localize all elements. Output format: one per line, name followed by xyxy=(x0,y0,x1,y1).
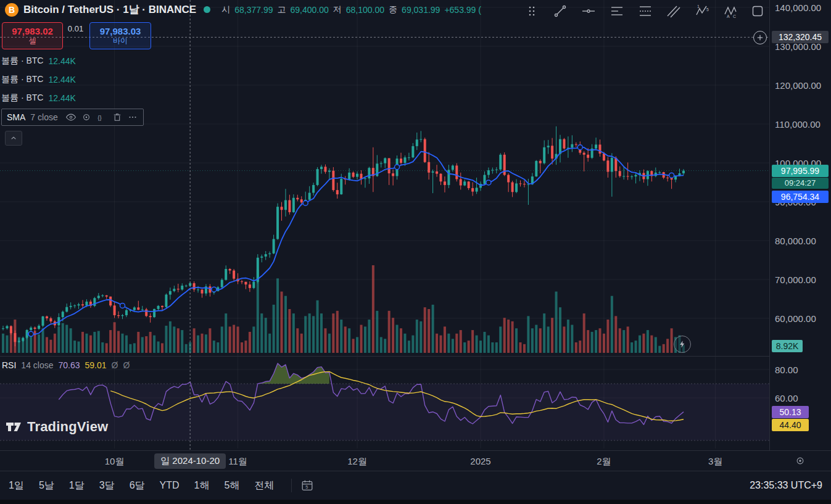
range-button-5해[interactable]: 5해 xyxy=(224,479,239,492)
window-edge xyxy=(0,500,831,504)
trade-widget: 97,983.02 셀 0.01 97,983.03 바이 xyxy=(0,22,154,51)
volume-name: 볼륨 · BTC xyxy=(1,56,43,67)
drag-handle-icon xyxy=(524,4,539,19)
time-axis-label: 12월 xyxy=(347,456,367,468)
fib-channel-icon[interactable] xyxy=(666,4,681,19)
close-label: 종 xyxy=(389,4,397,15)
source-code-icon[interactable]: {} xyxy=(96,112,107,123)
rsi-legend-row[interactable]: RSI 14 close 70.63 59.01 Ø Ø xyxy=(2,360,130,370)
chart-area: B Bitcoin / TetherUS · 1날 · BINANCE 시 68… xyxy=(0,0,769,450)
tradingview-logo-icon xyxy=(5,418,22,436)
collapse-legend-button[interactable] xyxy=(5,131,22,146)
trend-line-icon[interactable] xyxy=(553,4,568,19)
market-status-dot-icon xyxy=(204,6,210,13)
svg-text:C: C xyxy=(733,14,736,19)
open-value: 68,377.99 xyxy=(234,5,273,15)
high-value: 69,400.00 xyxy=(291,5,329,15)
price-axis-label: 70,000.00 xyxy=(775,275,816,285)
tradingview-chart-app: B Bitcoin / TetherUS · 1날 · BINANCE 시 68… xyxy=(0,0,831,504)
range-button-1해[interactable]: 1해 xyxy=(194,479,210,492)
price-axis-label: 120,000.00 xyxy=(775,80,821,91)
volume-value: 12.44K xyxy=(48,75,75,85)
range-button-6달[interactable]: 6달 xyxy=(130,479,145,492)
range-button-5날[interactable]: 5날 xyxy=(39,479,54,492)
close-value: 69,031.99 xyxy=(402,5,440,15)
volume-value-badge: 8.92K xyxy=(772,340,803,352)
delete-icon[interactable] xyxy=(112,112,123,123)
parallel-lines-icon[interactable] xyxy=(610,4,624,19)
svg-text:1: 1 xyxy=(697,4,700,9)
svg-text:5: 5 xyxy=(706,7,709,12)
volume-name: 볼륨 · BTC xyxy=(1,93,43,104)
time-axis-label: 10월 xyxy=(105,456,125,468)
range-button-1달[interactable]: 1달 xyxy=(69,479,85,492)
horizontal-line-icon[interactable] xyxy=(581,4,596,19)
indicator-legend: 볼륨 · BTC12.44K볼륨 · BTC12.44K볼륨 · BTC12.4… xyxy=(1,52,144,146)
range-button-YTD[interactable]: YTD xyxy=(160,480,180,491)
sell-button[interactable]: 97,983.02 셀 xyxy=(2,22,63,49)
price-axis-label: 80,000.00 xyxy=(775,236,816,246)
time-axis-settings-icon[interactable] xyxy=(795,455,806,466)
rsi-null-2: Ø xyxy=(123,360,130,370)
svg-text:{}: {} xyxy=(97,114,102,121)
range-button-1일[interactable]: 1일 xyxy=(9,479,24,492)
svg-text:5: 5 xyxy=(306,484,308,490)
rsi-axis-label: 80.00 xyxy=(775,365,798,375)
range-button-3달[interactable]: 3달 xyxy=(99,479,115,492)
sell-label: 셀 xyxy=(29,37,36,46)
volume-value: 12.44K xyxy=(48,56,75,66)
volume-legend-row[interactable]: 볼륨 · BTC12.44K xyxy=(1,89,144,107)
time-axis-label: 3월 xyxy=(708,456,722,468)
svg-text:A: A xyxy=(727,14,730,19)
settings-icon[interactable] xyxy=(81,112,92,123)
drawing-toolbar: 15AC xyxy=(524,4,738,19)
clock-timezone-button[interactable]: 23:35:33 UTC+9 xyxy=(750,480,822,491)
volume-name: 볼륨 · BTC xyxy=(1,74,43,85)
more-icon[interactable] xyxy=(127,112,138,123)
high-label: 고 xyxy=(278,4,286,15)
volume-legend-row[interactable]: 볼륨 · BTC12.44K xyxy=(1,52,144,70)
chevron-up-icon xyxy=(9,133,19,143)
time-axis-label: 11월 xyxy=(228,456,247,468)
bitcoin-logo-icon: B xyxy=(5,3,19,17)
sell-price: 97,983.02 xyxy=(12,26,53,36)
time-axis[interactable]: 10월11월12월20252월3월 일 2024-10-20 xyxy=(0,450,831,471)
spread-value[interactable]: 0.01 xyxy=(62,24,89,33)
go-to-date-icon[interactable]: 5 xyxy=(300,479,314,492)
ohlc-readout: 시 68,377.99 고 69,400.00 저 68,100.00 종 69… xyxy=(221,4,481,15)
price-axis[interactable]: 140,000.00130,000.00120,000.00110,000.00… xyxy=(769,0,831,450)
range-button-전체[interactable]: 전체 xyxy=(254,479,274,492)
xabcd-pattern-icon[interactable]: AC xyxy=(723,4,738,19)
rsi-value: 70.63 xyxy=(59,360,80,370)
rsi-axis-label: 60.00 xyxy=(775,393,798,403)
sma-legend-row[interactable]: SMA 7 close {} xyxy=(1,109,144,126)
add-alert-plus-icon[interactable] xyxy=(753,31,767,44)
change-value: +653.99 ( xyxy=(444,5,481,15)
last-price-badge: 97,995.99 xyxy=(772,165,829,177)
fib-retracement-icon[interactable] xyxy=(638,4,653,19)
rsi-name: RSI xyxy=(2,360,16,370)
symbol-title[interactable]: Bitcoin / TetherUS · 1날 · BINANCE xyxy=(23,2,196,17)
rsi-value-badge: 50.13 xyxy=(772,406,809,418)
rsi-ma-value-badge: 44.40 xyxy=(772,419,809,431)
buy-button[interactable]: 97,983.03 바이 xyxy=(89,22,151,49)
bottom-toolbar: 1일5날1달3달6달YTD1해5해전체 5 23:35:33 UTC+9 xyxy=(0,471,831,500)
open-label: 시 xyxy=(221,4,230,15)
crosshair-date-badge: 일 2024-10-20 xyxy=(154,453,226,469)
volume-legend-row[interactable]: 볼륨 · BTC12.44K xyxy=(1,70,144,89)
elliott-wave-icon[interactable]: 15 xyxy=(695,4,709,19)
rsi-params: 14 close xyxy=(21,360,53,370)
rsi-ma-value: 59.01 xyxy=(85,360,107,370)
quick-trade-lightning-icon[interactable] xyxy=(674,336,691,353)
volume-value: 12.44K xyxy=(48,93,75,103)
divider xyxy=(291,479,292,492)
buy-label: 바이 xyxy=(113,37,128,46)
buy-price: 97,983.03 xyxy=(100,26,141,36)
time-axis-label: 2월 xyxy=(597,456,611,468)
rsi-null-1: Ø xyxy=(112,360,118,370)
bar-countdown-badge: 09:24:27 xyxy=(772,178,829,189)
maximize-pane-icon[interactable] xyxy=(750,4,765,19)
eye-icon[interactable] xyxy=(65,112,76,123)
sma-name: SMA xyxy=(7,112,25,122)
low-value: 68,100.00 xyxy=(346,5,384,15)
